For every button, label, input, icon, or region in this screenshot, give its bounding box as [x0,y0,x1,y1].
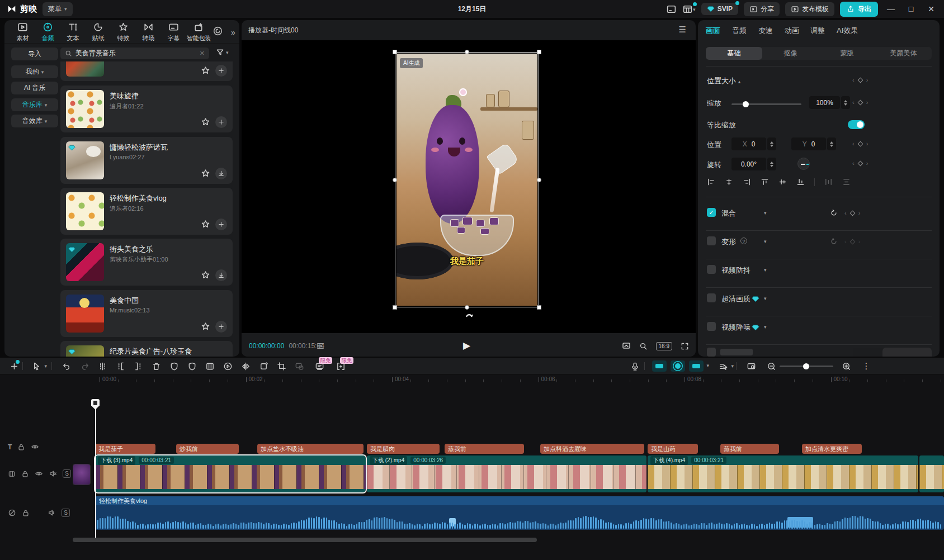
scale-value[interactable]: 100% [809,96,840,109]
distribute-horizontal-icon[interactable] [824,178,833,186]
panel-layout-icon[interactable]: ▾ [682,4,696,15]
music-list-item[interactable]: 纪录片美食广告-八珍玉食 [60,341,233,357]
inspector-subtab[interactable]: 抠像 [762,47,819,60]
add-to-track-button[interactable] [215,65,227,77]
section-checkbox[interactable] [707,265,716,274]
music-list-item[interactable]: 美味旋律 追月者01:22 [60,86,233,132]
apply-all-button[interactable] [882,348,932,357]
music-search-input[interactable]: 美食背景音乐 ✕ [60,48,209,59]
library-tab[interactable]: 特效 [111,22,136,42]
music-list-item[interactable]: 美食中国 Mr.music02:13 [60,290,233,337]
preview-axis-toggle[interactable]: ▾ [689,360,704,372]
linkage-toggle[interactable] [671,360,685,372]
section-checkbox[interactable] [707,348,716,357]
video-clip[interactable]: 下载 (4).mp4 00:00:03:21 [648,455,918,492]
solo-badge[interactable]: S [63,469,71,478]
svip-button[interactable]: SVIP [701,3,738,15]
section-checkbox[interactable] [707,236,716,245]
align-right-icon[interactable] [743,178,751,186]
favorite-star-icon[interactable] [201,117,210,127]
chevron-down-icon[interactable]: ▾ [764,267,767,273]
share-button[interactable]: 分享 [744,2,780,16]
playhead-handle[interactable] [91,399,100,410]
rotate-handle-icon[interactable] [465,311,474,320]
video-clip[interactable]: 下载 (3).mp4 00:00:03:21 [95,455,366,492]
rotation-dial[interactable] [797,158,810,170]
music-list-item[interactable]: 街头美食之乐 剪映音乐小助手01:00 [60,239,233,286]
clear-search-icon[interactable]: ✕ [200,50,205,57]
library-tab[interactable]: 智能包装 [186,22,211,42]
align-left-icon[interactable] [707,178,715,186]
crop-button[interactable] [276,361,286,371]
music-list-item[interactable] [60,61,233,81]
favorite-star-icon[interactable] [201,270,210,280]
scale-stepper[interactable] [841,96,850,109]
mark-button[interactable] [187,361,197,371]
keyframe-nav[interactable]: ‹› [852,99,868,106]
add-to-track-button[interactable] [215,321,227,333]
split-button[interactable] [97,361,107,371]
library-tab[interactable] [211,26,224,38]
text-match-cut-button[interactable]: 限免 [336,361,346,371]
align-top-icon[interactable] [761,178,769,186]
scale-slider[interactable] [731,103,801,105]
speed-button[interactable] [223,361,233,371]
publish-template-button[interactable]: 发布模板 [785,2,834,16]
add-to-track-button[interactable] [215,219,227,230]
resize-handle-se[interactable] [537,305,541,310]
text-segment[interactable]: 我是山药 [648,444,698,454]
sidebar-item[interactable]: AI 音乐 [11,82,58,94]
chevron-down-icon[interactable]: ▾ [764,210,767,216]
text-segment[interactable]: 加点盐水不吸油 [257,444,364,454]
video-clip[interactable]: 下载 (2).mp4 00:00:03:26 [367,455,646,492]
timeline-scrollbar[interactable] [73,538,537,542]
keyframe-nav[interactable]: ‹› [852,77,868,83]
text-segment[interactable]: 炒我前 [176,444,239,454]
add-to-track-button[interactable] [215,116,227,128]
player-menu-icon[interactable]: ☰ [679,25,687,35]
compact-layout-icon[interactable] [666,4,677,15]
video-clip[interactable] [919,455,944,492]
playhead-line[interactable] [95,401,96,538]
eye-icon[interactable] [35,469,43,478]
sidebar-item[interactable]: 音效库 ▾ [11,115,58,127]
position-x-stepper[interactable] [767,137,776,150]
rotation-value[interactable]: 0.00° [731,158,766,170]
section-checkbox[interactable] [707,322,716,331]
text-segment[interactable]: 我是腊肉 [367,444,440,454]
library-tab[interactable]: 贴纸 [86,22,111,42]
rotate-button[interactable] [258,361,268,371]
window-close-button[interactable]: ✕ [924,4,938,13]
more-options-button[interactable]: ⋮ [861,361,871,371]
library-tab[interactable]: 字幕 [161,22,186,42]
solo-badge[interactable]: S [62,509,70,517]
inspector-subtab[interactable]: 蒙版 [819,47,875,60]
video-frame[interactable]: 我是茄子 AI生成 [397,54,537,306]
inspector-subtab[interactable]: 基础 [706,47,762,60]
eye-icon[interactable] [31,443,39,451]
favorite-star-icon[interactable] [201,220,210,229]
keyframe-nav[interactable]: ‹› [844,209,860,217]
timeline-zoom-slider[interactable] [780,366,833,367]
sidebar-item[interactable]: 我的 ▾ [11,65,58,78]
scale-slider-knob[interactable] [743,101,749,107]
mirror-button[interactable] [240,361,251,371]
timeline-zoom-slider-knob[interactable] [803,363,809,369]
inspector-subtab[interactable]: 美颜美体 [875,47,932,60]
track-cover-thumbnail[interactable] [73,464,91,485]
favorite-star-icon[interactable] [201,322,210,331]
filter-button[interactable]: ▾ [216,48,229,56]
chevron-down-icon[interactable]: ▾ [764,324,767,330]
lock-icon[interactable] [17,443,25,451]
section-checkbox[interactable]: ✓ [707,208,716,217]
aspect-ratio-button[interactable]: 16:9 [656,342,672,350]
select-tool-button[interactable]: ▾ [31,361,41,371]
library-tab[interactable]: 转场 [136,22,161,42]
speaker-icon[interactable] [48,509,56,517]
record-voiceover-button[interactable] [630,361,640,371]
mute-icon[interactable] [49,469,57,478]
inspector-tab[interactable]: 动画 [785,26,799,36]
inspector-tab[interactable]: 调整 [810,26,825,36]
keyframe-nav[interactable]: ‹› [852,140,868,147]
music-list-item[interactable]: 慵懒轻松波萨诺瓦 Lyuans02:27 [60,137,233,184]
